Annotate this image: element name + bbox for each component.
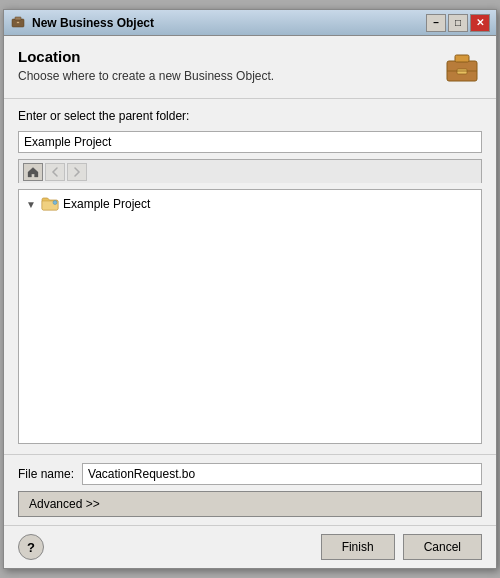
filename-label: File name:: [18, 467, 74, 481]
footer: ? Finish Cancel: [4, 525, 496, 568]
finish-button[interactable]: Finish: [321, 534, 395, 560]
svg-rect-2: [17, 21, 20, 23]
svg-rect-1: [15, 17, 21, 20]
bottom-section: File name: Advanced >>: [4, 454, 496, 525]
folder-label: Enter or select the parent folder:: [18, 109, 482, 123]
briefcase-icon: [442, 48, 482, 88]
svg-rect-5: [457, 69, 467, 74]
folder-tree[interactable]: ▼ Example Project: [18, 189, 482, 444]
tree-item-label: Example Project: [63, 197, 150, 211]
main-area: Enter or select the parent folder:: [4, 99, 496, 454]
tree-item-project[interactable]: ▼ Example Project: [23, 194, 477, 214]
forward-button[interactable]: [67, 163, 87, 181]
location-subtitle: Choose where to create a new Business Ob…: [18, 69, 274, 83]
maximize-button[interactable]: □: [448, 14, 468, 32]
window-icon: [10, 15, 26, 31]
window-controls: – □ ✕: [426, 14, 490, 32]
back-button[interactable]: [45, 163, 65, 181]
location-header: Location Choose where to create a new Bu…: [4, 36, 496, 99]
svg-point-7: [53, 201, 57, 205]
tree-toggle[interactable]: ▼: [25, 198, 37, 210]
dialog-window: New Business Object – □ ✕ Location Choos…: [3, 9, 497, 569]
location-text: Location Choose where to create a new Bu…: [18, 48, 274, 83]
minimize-button[interactable]: –: [426, 14, 446, 32]
help-button[interactable]: ?: [18, 534, 44, 560]
advanced-button[interactable]: Advanced >>: [18, 491, 482, 517]
tree-toolbar: [18, 159, 482, 183]
location-title: Location: [18, 48, 274, 65]
cancel-button[interactable]: Cancel: [403, 534, 482, 560]
footer-buttons: Finish Cancel: [321, 534, 482, 560]
svg-rect-4: [455, 55, 469, 62]
title-bar: New Business Object – □ ✕: [4, 10, 496, 36]
folder-icon: [41, 196, 59, 212]
filename-input[interactable]: [82, 463, 482, 485]
filename-row: File name:: [18, 463, 482, 485]
close-button[interactable]: ✕: [470, 14, 490, 32]
window-title: New Business Object: [32, 16, 426, 30]
parent-folder-input[interactable]: [18, 131, 482, 153]
home-button[interactable]: [23, 163, 43, 181]
dialog-content: Location Choose where to create a new Bu…: [4, 36, 496, 568]
